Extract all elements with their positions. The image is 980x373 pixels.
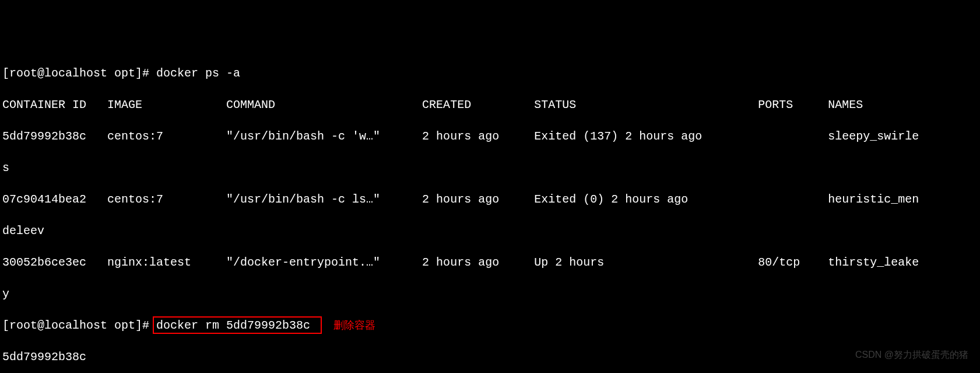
table-header: CONTAINER ID IMAGE COMMAND CREATED STATU… [2,97,978,113]
prompt: [root@localhost opt]# [2,67,156,80]
table-row: 5dd79992b38c centos:7 "/usr/bin/bash -c … [2,128,978,144]
table-row-wrap: y [2,286,978,302]
table-row: 30052b6ce3ec nginx:latest "/docker-entry… [2,255,978,270]
watermark-text: CSDN @努力拱破蛋壳的猪 [855,348,968,361]
command-text: docker ps -a [156,67,240,80]
command-text[interactable]: docker rm 5dd79992b38c [156,319,310,332]
table-row-wrap: s [2,160,978,176]
terminal-line: [root@localhost opt]# docker ps -a [2,65,978,81]
prompt: [root@localhost opt]# [2,319,156,332]
output-line: 5dd79992b38c [2,349,978,365]
terminal-line: [root@localhost opt]# docker rm 5dd79992… [2,318,978,333]
table-row-wrap: deleev [2,223,978,239]
table-row: 07c90414bea2 centos:7 "/usr/bin/bash -c … [2,191,978,207]
annotation-label: 删除容器 [333,318,375,332]
